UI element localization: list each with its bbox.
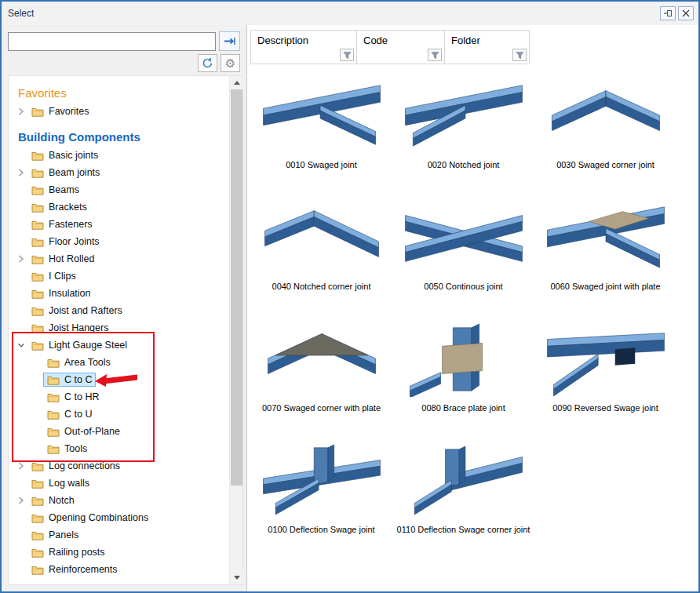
scrollbar-up-button[interactable] <box>230 76 243 89</box>
left-pane: ⚙ FavoritesFavoritesBuilding ComponentsB… <box>2 25 246 591</box>
component-caption: 0100 Deflection Swage joint <box>268 525 374 534</box>
tree-item-opening-combinations[interactable]: Opening Combinations <box>9 509 229 526</box>
folder-icon <box>31 185 45 195</box>
item-box: Hot Rolled <box>27 252 98 266</box>
item-box: Out-of-Plane <box>43 424 124 438</box>
search-input[interactable] <box>8 32 216 51</box>
component-caption: 0080 Brace plate joint <box>421 403 505 413</box>
tree-item-fasteners[interactable]: Fasteners <box>9 216 229 233</box>
window-title: Select <box>8 8 658 19</box>
filter-button-description[interactable] <box>340 49 354 61</box>
component-item-0030[interactable]: 0030 Swaged corner joint <box>534 72 676 194</box>
component-item-0110[interactable]: 0110 Deflection Swage corner joint <box>392 437 534 558</box>
column-header-folder[interactable]: Folder <box>445 30 530 64</box>
component-item-0010[interactable]: 0010 Swaged joint <box>250 72 392 194</box>
chevron-right-icon[interactable] <box>15 255 27 263</box>
thumbnail-reversed-swage <box>544 320 668 397</box>
folder-icon <box>47 358 60 368</box>
item-box: C to U <box>43 407 96 421</box>
component-item-0080[interactable]: 0080 Brace plate joint <box>392 315 534 437</box>
tree-item-joist-and-rafters[interactable]: Joist and Rafters <box>9 302 229 319</box>
refresh-button[interactable] <box>198 54 217 72</box>
tree-item-log-connections[interactable]: Log connections <box>9 457 229 475</box>
tree-item-railing-posts[interactable]: Railing posts <box>9 544 229 561</box>
tree-item-light-gauge-steel[interactable]: Light Gauge Steel <box>9 337 229 354</box>
tree-item-notch[interactable]: Notch <box>9 492 229 509</box>
tree-item-joist-hangers[interactable]: Joist Hangers <box>9 319 229 337</box>
tree-item-tools[interactable]: Tools <box>9 440 229 457</box>
folder-icon <box>31 548 45 558</box>
folder-icon <box>47 375 60 385</box>
tree-item-label: Basic joints <box>49 150 98 161</box>
tree-item-label: Reinforcements <box>49 564 118 575</box>
item-box: Joist Hangers <box>27 321 112 335</box>
component-item-0040[interactable]: 0040 Notched corner joint <box>250 194 392 315</box>
item-box: Tools <box>43 442 91 456</box>
folder-icon <box>31 202 45 213</box>
column-header-description[interactable]: Description <box>250 30 357 64</box>
item-box: Reinforcements <box>27 562 122 577</box>
tree-item-label: Tools <box>64 443 87 454</box>
filter-funnel-icon <box>343 51 352 60</box>
tree-item-c-to-u[interactable]: C to U <box>9 406 229 423</box>
item-box: I Clips <box>27 269 80 283</box>
tree-item-label: Out-of-Plane <box>64 426 120 437</box>
chevron-right-icon[interactable] <box>15 107 27 115</box>
column-header-code[interactable]: Code <box>357 30 445 64</box>
chevron-right-icon[interactable] <box>15 169 27 176</box>
tree-scrollbar[interactable] <box>229 76 242 584</box>
select-dialog: Select <box>0 0 700 593</box>
component-caption: 0030 Swaged corner joint <box>556 160 654 169</box>
column-label-code: Code <box>357 31 444 46</box>
scrollbar-down-button[interactable] <box>230 571 243 584</box>
chevron-down-icon[interactable] <box>15 341 27 349</box>
tree-item-beam-joints[interactable]: Beam joints <box>9 164 229 181</box>
filter-button-folder[interactable] <box>512 49 527 61</box>
tree-item-hot-rolled[interactable]: Hot Rolled <box>9 250 229 267</box>
tree-item-log-walls[interactable]: Log walls <box>9 475 229 492</box>
folder-icon <box>31 323 45 333</box>
component-caption: 0070 Swaged corner with plate <box>262 403 381 413</box>
tree-item-area-tools[interactable]: Area Tools <box>9 354 229 371</box>
component-caption: 0050 Continous joint <box>424 282 502 291</box>
tree-item-brackets[interactable]: Brackets <box>9 198 229 216</box>
settings-button[interactable]: ⚙ <box>221 54 240 72</box>
tree-item-basic-joints[interactable]: Basic joints <box>9 147 229 164</box>
search-go-button[interactable] <box>219 31 240 51</box>
tree-item-panels[interactable]: Panels <box>9 526 229 544</box>
tree-item-c-to-c[interactable]: C to C <box>9 371 229 388</box>
refresh-icon <box>202 57 213 69</box>
search-row <box>2 25 246 51</box>
folder-icon <box>31 530 45 540</box>
component-item-0100[interactable]: 0100 Deflection Swage joint <box>250 437 392 558</box>
close-button[interactable] <box>678 6 694 20</box>
component-item-0060[interactable]: 0060 Swaged joint with plate <box>534 194 676 315</box>
pin-button[interactable] <box>660 6 676 20</box>
tree-item-label: Brackets <box>49 202 87 213</box>
filter-button-code[interactable] <box>428 49 442 61</box>
tree-item-out-of-plane[interactable]: Out-of-Plane <box>9 423 229 440</box>
tree-item-beams[interactable]: Beams <box>9 181 229 198</box>
scrollbar-thumb[interactable] <box>231 89 242 486</box>
tree-item-reinforcements[interactable]: Reinforcements <box>9 561 229 578</box>
chevron-right-icon[interactable] <box>15 462 27 470</box>
chevron-right-icon[interactable] <box>15 497 27 504</box>
tree-item-insulation[interactable]: Insulation <box>9 285 229 302</box>
tree-item-i-clips[interactable]: I Clips <box>9 267 229 285</box>
tree-item-floor-joints[interactable]: Floor Joints <box>9 233 229 250</box>
component-item-0020[interactable]: 0020 Notched joint <box>392 72 534 194</box>
tree-item-favorites[interactable]: Favorites <box>9 103 229 120</box>
component-item-0090[interactable]: 0090 Reversed Swage joint <box>534 315 676 437</box>
tree-item-label: Joist and Rafters <box>49 305 122 316</box>
folder-icon <box>31 168 45 178</box>
component-item-0070[interactable]: 0070 Swaged corner with plate <box>250 315 392 437</box>
folder-icon <box>31 565 45 575</box>
tree-section-components: Building Components <box>9 128 229 147</box>
titlebar[interactable]: Select <box>2 2 698 25</box>
component-grid: 0010 Swaged joint0020 Notched joint0030 … <box>250 72 697 590</box>
component-item-0050[interactable]: 0050 Continous joint <box>392 194 534 315</box>
scroll-up-icon <box>234 81 240 85</box>
tree-item-label: Insulation <box>49 288 91 299</box>
item-box: Fasteners <box>27 217 97 231</box>
tree-item-c-to-hr[interactable]: C to HR <box>9 388 229 406</box>
